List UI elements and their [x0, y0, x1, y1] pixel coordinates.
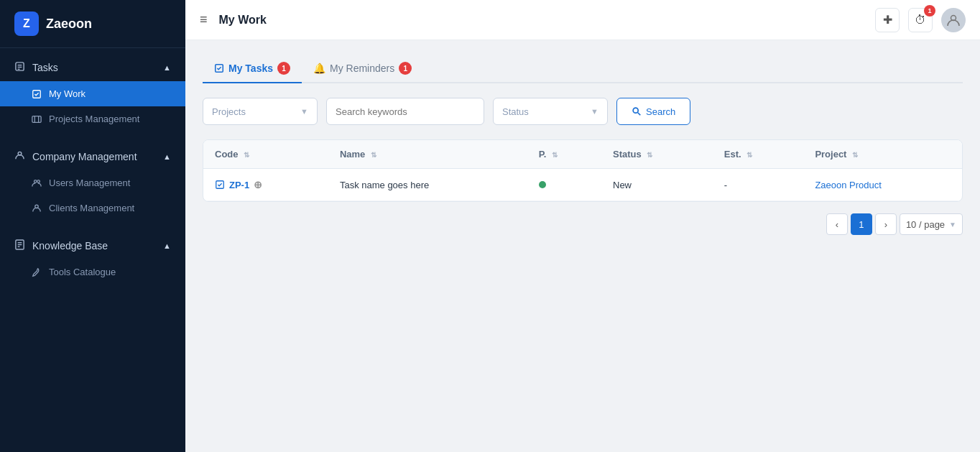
status-dropdown-icon: ▼ — [591, 107, 598, 116]
project-sort-icon: ⇅ — [852, 151, 858, 159]
add-icon: ✚ — [883, 13, 892, 27]
per-page-select[interactable]: 10 / page ▼ — [900, 213, 963, 235]
main-area: ≡ My Work ✚ ⏱ 1 — [185, 0, 980, 452]
knowledge-chevron-icon: ▲ — [163, 241, 171, 250]
sidebar: Z Zaeoon Tasks ▲ — [0, 0, 185, 452]
project-link[interactable]: Zaeoon Product — [815, 180, 882, 190]
sidebar-item-clients-management-label: Clients Management — [49, 203, 134, 213]
svg-point-18 — [633, 108, 638, 113]
col-status[interactable]: Status ⇅ — [601, 140, 713, 169]
tab-my-reminders[interactable]: 🔔 My Reminders 1 — [302, 55, 423, 83]
sidebar-section-knowledge-header[interactable]: Knowledge Base ▲ — [0, 232, 185, 259]
sidebar-item-users-management[interactable]: Users Management — [0, 170, 185, 195]
code-sort-icon: ⇅ — [244, 151, 249, 159]
sidebar-section-tasks: Tasks ▲ My Work Projects Management — [0, 48, 185, 137]
tab-my-tasks[interactable]: My Tasks 1 — [203, 55, 302, 83]
projects-filter[interactable]: Projects ▼ — [203, 98, 318, 125]
projects-dropdown-icon: ▼ — [300, 107, 308, 116]
col-project[interactable]: Project ⇅ — [803, 140, 962, 169]
tab-my-reminders-badge: 1 — [399, 62, 412, 75]
content-area: My Tasks 1 🔔 My Reminders 1 Projects ▼ S… — [185, 40, 980, 452]
status-sort-icon: ⇅ — [647, 151, 652, 159]
pagination-next[interactable]: › — [875, 213, 897, 235]
company-chevron-icon: ▲ — [163, 152, 171, 161]
cell-code: ZP-1 ⊕ — [203, 169, 328, 201]
per-page-label: 10 / page — [906, 219, 945, 230]
filters: Projects ▼ Status ▼ Search — [203, 98, 963, 125]
search-icon — [632, 106, 642, 116]
sidebar-item-users-management-label: Users Management — [49, 177, 130, 188]
sidebar-item-clients-management[interactable]: Clients Management — [0, 195, 185, 221]
bell-tab-icon: 🔔 — [313, 63, 325, 74]
search-button-label: Search — [646, 106, 675, 117]
tasks-icon — [14, 61, 25, 74]
tasks-section-label: Tasks — [32, 62, 58, 73]
users-icon — [32, 178, 42, 188]
pagination: ‹ 1 › 10 / page ▼ — [203, 213, 963, 235]
sidebar-item-tools-catalogue[interactable]: Tools Catalogue — [0, 259, 185, 285]
company-section-label: Company Management — [32, 151, 137, 162]
svg-rect-5 — [32, 116, 41, 122]
sidebar-item-tools-catalogue-label: Tools Catalogue — [49, 267, 116, 277]
avatar[interactable] — [941, 8, 966, 32]
col-est[interactable]: Est. ⇅ — [713, 140, 804, 169]
projects-filter-label: Projects — [212, 106, 246, 117]
cell-status: New — [601, 169, 713, 201]
est-sort-icon: ⇅ — [746, 151, 752, 159]
notification-button[interactable]: ⏱ 1 — [908, 8, 933, 32]
tab-my-tasks-badge: 1 — [277, 62, 290, 75]
svg-point-10 — [37, 180, 40, 183]
status-filter-label: Status — [502, 106, 529, 117]
cell-project: Zaeoon Product — [803, 169, 962, 201]
projects-icon — [32, 114, 42, 124]
tasks-table-container: Code ⇅ Name ⇅ P. ⇅ Status — [203, 139, 963, 202]
topbar-right: ✚ ⏱ 1 — [875, 8, 966, 32]
task-code-value[interactable]: ZP-1 — [229, 180, 249, 190]
keywords-input[interactable] — [326, 98, 484, 125]
priority-sort-icon: ⇅ — [552, 151, 558, 159]
cell-priority — [527, 169, 601, 201]
col-code[interactable]: Code ⇅ — [203, 140, 328, 169]
priority-dot — [539, 181, 546, 188]
bell-icon: ⏱ — [915, 14, 926, 27]
company-icon — [14, 150, 25, 163]
sidebar-item-projects-management[interactable]: Projects Management — [0, 106, 185, 132]
per-page-chevron: ▼ — [949, 221, 956, 229]
cell-name: Task name goes here — [328, 169, 527, 201]
pagination-current-page[interactable]: 1 — [851, 213, 872, 235]
knowledge-section-label: Knowledge Base — [32, 240, 108, 252]
notification-badge: 1 — [924, 5, 935, 17]
tabs: My Tasks 1 🔔 My Reminders 1 — [203, 55, 963, 83]
name-sort-icon: ⇅ — [371, 151, 376, 159]
sidebar-section-knowledge: Knowledge Base ▲ Tools Catalogue — [0, 226, 185, 290]
table-row: ZP-1 ⊕ Task name goes here New - Zaeoon … — [203, 169, 962, 201]
sidebar-item-projects-management-label: Projects Management — [49, 114, 139, 124]
col-name[interactable]: Name ⇅ — [328, 140, 527, 169]
cell-est: - — [713, 169, 804, 201]
sidebar-section-tasks-header[interactable]: Tasks ▲ — [0, 54, 185, 81]
pagination-prev[interactable]: ‹ — [826, 213, 848, 235]
tasks-table: Code ⇅ Name ⇅ P. ⇅ Status — [203, 140, 962, 201]
clients-icon — [32, 203, 42, 213]
sidebar-logo[interactable]: Z Zaeoon — [0, 0, 185, 48]
sidebar-item-my-work[interactable]: My Work — [0, 81, 185, 106]
tab-my-tasks-label: My Tasks — [228, 63, 273, 74]
table-header-row: Code ⇅ Name ⇅ P. ⇅ Status — [203, 140, 962, 169]
col-priority[interactable]: P. ⇅ — [527, 140, 601, 169]
sidebar-section-company-header[interactable]: Company Management ▲ — [0, 143, 185, 170]
sidebar-item-my-work-label: My Work — [49, 88, 85, 99]
search-button[interactable]: Search — [616, 98, 690, 125]
move-icon[interactable]: ⊕ — [254, 179, 262, 190]
logo-icon: Z — [14, 11, 39, 36]
avatar-icon — [946, 13, 961, 27]
tools-icon — [32, 267, 42, 277]
my-work-icon — [32, 89, 42, 99]
sidebar-section-company: Company Management ▲ Users Management Cl… — [0, 137, 185, 226]
status-filter[interactable]: Status ▼ — [493, 98, 608, 125]
hamburger-icon[interactable]: ≡ — [200, 12, 208, 27]
task-tab-icon — [214, 63, 224, 73]
knowledge-icon — [14, 239, 25, 252]
page-title: My Work — [219, 14, 267, 27]
svg-line-19 — [638, 113, 641, 116]
add-button[interactable]: ✚ — [875, 8, 900, 32]
